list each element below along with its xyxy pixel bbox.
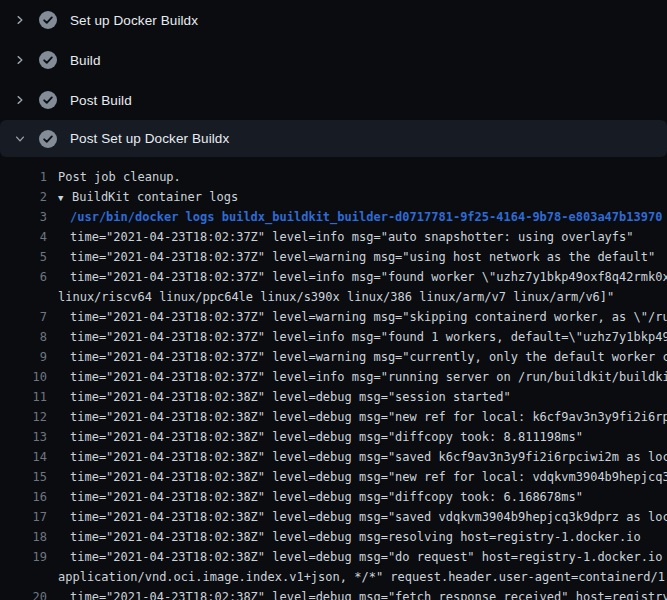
log-line-text: time="2021-04-23T18:02:37Z" level=warnin… xyxy=(47,247,655,267)
log-line-text: time="2021-04-23T18:02:38Z" level=debug … xyxy=(47,427,583,447)
chevron-right-icon[interactable] xyxy=(12,92,28,108)
log-line-number[interactable]: 3 xyxy=(0,207,47,227)
log-line: 13time="2021-04-23T18:02:38Z" level=debu… xyxy=(0,427,667,447)
step-label: Post Set up Docker Buildx xyxy=(70,131,229,146)
log-line: 11time="2021-04-23T18:02:38Z" level=debu… xyxy=(0,387,667,407)
log-line-number[interactable]: 20 xyxy=(0,587,47,600)
log-line-text: time="2021-04-23T18:02:38Z" level=debug … xyxy=(47,407,667,427)
log-line-number[interactable]: 12 xyxy=(0,407,47,427)
collapse-triangle-icon[interactable]: ▼ xyxy=(58,188,72,207)
log-line-text: time="2021-04-23T18:02:37Z" level=info m… xyxy=(47,227,634,247)
chevron-right-icon[interactable] xyxy=(12,52,28,68)
log-line-number[interactable]: 6 xyxy=(0,267,47,287)
log-line-number[interactable]: 11 xyxy=(0,387,47,407)
log-line-text: time="2021-04-23T18:02:37Z" level=info m… xyxy=(47,267,667,287)
step-label: Post Build xyxy=(70,93,132,108)
step-label: Set up Docker Buildx xyxy=(70,13,198,28)
check-circle-icon xyxy=(39,91,57,109)
log-line-number[interactable]: 8 xyxy=(0,327,47,347)
log-line-text: ▼BuildKit container logs xyxy=(47,187,238,207)
log-line: 20time="2021-04-23T18:02:38Z" level=debu… xyxy=(0,587,667,600)
log-line-number[interactable]: 9 xyxy=(0,347,47,367)
log-line: 14time="2021-04-23T18:02:38Z" level=debu… xyxy=(0,447,667,467)
log-line-text: time="2021-04-23T18:02:38Z" level=debug … xyxy=(47,387,511,407)
log-line-text: time="2021-04-23T18:02:38Z" level=debug … xyxy=(47,447,667,467)
check-circle-icon xyxy=(39,11,57,29)
log-line-wrap: application/vnd.oci.image.index.v1+json,… xyxy=(0,567,667,587)
log-line-text: time="2021-04-23T18:02:38Z" level=debug … xyxy=(47,527,641,547)
log-line: 16time="2021-04-23T18:02:38Z" level=debu… xyxy=(0,487,667,507)
log-line-number[interactable]: 7 xyxy=(0,307,47,327)
log-line: 1Post job cleanup. xyxy=(0,167,667,187)
group-title[interactable]: BuildKit container logs xyxy=(72,190,238,204)
log-line: 6time="2021-04-23T18:02:37Z" level=info … xyxy=(0,267,667,287)
log-line-number[interactable]: 2 xyxy=(0,187,47,207)
log-line: 15time="2021-04-23T18:02:38Z" level=debu… xyxy=(0,467,667,487)
log-line-number[interactable]: 19 xyxy=(0,547,47,567)
log-line: 7time="2021-04-23T18:02:37Z" level=warni… xyxy=(0,307,667,327)
log-line-text: time="2021-04-23T18:02:38Z" level=debug … xyxy=(47,547,667,567)
step-header-post-set-up-docker-buildx[interactable]: Post Set up Docker Buildx xyxy=(0,120,667,157)
log-line-wrap: linux/riscv64 linux/ppc64le linux/s390x … xyxy=(0,287,667,307)
log-line-text: application/vnd.oci.image.index.v1+json,… xyxy=(47,567,667,587)
log-output: 1Post job cleanup.2▼BuildKit container l… xyxy=(0,157,667,600)
log-line-number xyxy=(0,567,47,587)
chevron-right-icon[interactable] xyxy=(12,12,28,28)
log-line: 9time="2021-04-23T18:02:37Z" level=warni… xyxy=(0,347,667,367)
log-line-text: time="2021-04-23T18:02:38Z" level=debug … xyxy=(47,507,667,527)
log-line: 8time="2021-04-23T18:02:37Z" level=info … xyxy=(0,327,667,347)
log-line-text: time="2021-04-23T18:02:38Z" level=debug … xyxy=(47,587,667,600)
log-line-text: time="2021-04-23T18:02:38Z" level=debug … xyxy=(47,467,667,487)
chevron-down-icon[interactable] xyxy=(12,131,28,147)
log-line-number[interactable]: 10 xyxy=(0,367,47,387)
log-line: 10time="2021-04-23T18:02:37Z" level=info… xyxy=(0,367,667,387)
log-line-text: time="2021-04-23T18:02:37Z" level=info m… xyxy=(47,367,667,387)
check-circle-icon xyxy=(39,51,57,69)
step-header-post-build[interactable]: Post Build xyxy=(0,80,667,120)
log-line-number[interactable]: 13 xyxy=(0,427,47,447)
log-line-number[interactable]: 4 xyxy=(0,227,47,247)
step-header-build[interactable]: Build xyxy=(0,40,667,80)
log-line: 5time="2021-04-23T18:02:37Z" level=warni… xyxy=(0,247,667,267)
log-line: 18time="2021-04-23T18:02:38Z" level=debu… xyxy=(0,527,667,547)
log-line: 19time="2021-04-23T18:02:38Z" level=debu… xyxy=(0,547,667,567)
log-line-number[interactable]: 16 xyxy=(0,487,47,507)
log-line-number[interactable]: 1 xyxy=(0,167,47,187)
actions-log-panel: Set up Docker BuildxBuildPost BuildPost … xyxy=(0,0,667,600)
log-line-text: Post job cleanup. xyxy=(47,167,181,187)
step-label: Build xyxy=(70,53,101,68)
log-line-text: time="2021-04-23T18:02:37Z" level=warnin… xyxy=(47,307,667,327)
log-command-text: /usr/bin/docker logs buildx_buildkit_bui… xyxy=(47,207,662,227)
log-line-text: time="2021-04-23T18:02:37Z" level=info m… xyxy=(47,327,667,347)
log-line: 3/usr/bin/docker logs buildx_buildkit_bu… xyxy=(0,207,667,227)
log-line-text: linux/riscv64 linux/ppc64le linux/s390x … xyxy=(47,287,614,307)
log-line: 2▼BuildKit container logs xyxy=(0,187,667,207)
step-header-set-up-docker-buildx[interactable]: Set up Docker Buildx xyxy=(0,0,667,40)
log-line-number xyxy=(0,287,47,307)
log-line-text: time="2021-04-23T18:02:38Z" level=debug … xyxy=(47,487,583,507)
log-line-number[interactable]: 18 xyxy=(0,527,47,547)
log-line: 4time="2021-04-23T18:02:37Z" level=info … xyxy=(0,227,667,247)
log-line-number[interactable]: 15 xyxy=(0,467,47,487)
log-line: 12time="2021-04-23T18:02:38Z" level=debu… xyxy=(0,407,667,427)
check-circle-icon xyxy=(39,130,57,148)
log-line-number[interactable]: 14 xyxy=(0,447,47,467)
log-line-number[interactable]: 17 xyxy=(0,507,47,527)
log-line-text: time="2021-04-23T18:02:37Z" level=warnin… xyxy=(47,347,667,367)
log-line-number[interactable]: 5 xyxy=(0,247,47,267)
step-list: Set up Docker BuildxBuildPost BuildPost … xyxy=(0,0,667,157)
log-line: 17time="2021-04-23T18:02:38Z" level=debu… xyxy=(0,507,667,527)
